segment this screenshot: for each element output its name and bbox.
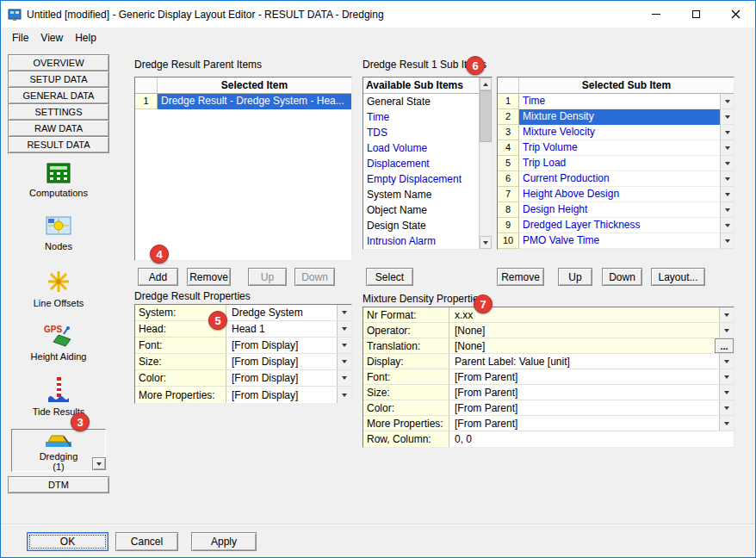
property-value[interactable]: [From Display] — [226, 370, 337, 386]
property-label: Size: — [363, 385, 449, 400]
dropdown-arrow-icon[interactable] — [720, 156, 734, 171]
dropdown-arrow-icon[interactable] — [337, 370, 351, 386]
table-row[interactable]: 1Dredge Result - Dredge System - Hea... — [135, 94, 351, 109]
dropdown-arrow-icon[interactable] — [720, 140, 734, 156]
table-row[interactable]: 5Trip Load — [498, 156, 734, 171]
dropdown-arrow-icon[interactable] — [719, 400, 734, 415]
scroll-up-button[interactable] — [480, 78, 492, 90]
table-row[interactable]: 1Time — [498, 94, 734, 109]
cancel-button[interactable]: Cancel — [115, 532, 178, 551]
sidebar-item-general-data[interactable]: GENERAL DATA — [8, 87, 109, 104]
minimize-button[interactable] — [636, 1, 676, 28]
sidebar-tool-line-offsets[interactable]: Line Offsets — [8, 270, 109, 308]
scroll-down-button[interactable] — [480, 236, 492, 249]
dropdown-arrow-icon[interactable] — [720, 187, 734, 202]
up-sub-item-button[interactable]: Up — [558, 268, 592, 286]
apply-button[interactable]: Apply — [191, 532, 257, 551]
table-row[interactable]: 2Mixture Density — [498, 109, 734, 125]
available-sub-item[interactable]: General State — [363, 94, 479, 109]
table-row[interactable]: 4Trip Volume — [498, 140, 734, 156]
dropdown-arrow-icon[interactable] — [720, 109, 734, 125]
menu-file[interactable]: File — [6, 29, 34, 46]
scroll-thumb[interactable] — [480, 90, 492, 142]
dropdown-arrow-icon[interactable] — [337, 305, 351, 320]
dropdown-arrow-icon[interactable] — [719, 307, 734, 322]
tool-scroll-down-button[interactable] — [92, 457, 106, 470]
sidebar-item-setup-data[interactable]: SETUP DATA — [8, 71, 109, 88]
property-value[interactable]: [None] — [449, 323, 719, 338]
dropdown-arrow-icon[interactable] — [719, 354, 734, 369]
dropdown-arrow-icon[interactable] — [720, 233, 734, 249]
menu-view[interactable]: View — [34, 29, 69, 46]
table-row[interactable]: 9Dredged Layer Thickness — [498, 218, 734, 233]
property-value[interactable]: [From Parent] — [449, 416, 719, 431]
close-button[interactable] — [716, 1, 755, 28]
table-row[interactable]: 6Current Production — [498, 171, 734, 187]
available-sub-item[interactable]: Empty Displacement — [363, 171, 479, 187]
sidebar-item-result-data[interactable]: RESULT DATA — [8, 136, 109, 153]
property-value[interactable]: [From Parent] — [449, 400, 719, 415]
property-value[interactable]: [From Display] — [226, 354, 337, 369]
available-sub-item[interactable]: TDS — [363, 125, 479, 140]
ellipsis-button[interactable]: ... — [715, 338, 734, 353]
property-row: Translation:[None]... — [363, 338, 734, 354]
dropdown-arrow-icon[interactable] — [719, 369, 734, 384]
up-button[interactable]: Up — [248, 268, 287, 286]
dropdown-arrow-icon[interactable] — [337, 354, 351, 369]
menu-help[interactable]: Help — [69, 29, 102, 46]
table-row[interactable]: 3Mixture Velocity — [498, 125, 734, 140]
available-sub-item[interactable]: Object Name — [363, 202, 479, 218]
dropdown-arrow-icon[interactable] — [720, 94, 734, 109]
sidebar-tool-nodes[interactable]: Nodes — [8, 214, 109, 251]
available-sub-item[interactable]: Time — [363, 109, 479, 125]
available-sub-item[interactable]: System Name — [363, 187, 479, 202]
dropdown-arrow-icon[interactable] — [719, 416, 734, 431]
sidebar-tool-tide-results[interactable]: Tide Results — [8, 376, 109, 417]
table-row[interactable]: 10PMO Valve Time — [498, 233, 734, 249]
add-button[interactable]: Add — [138, 268, 178, 286]
dropdown-arrow-icon[interactable] — [720, 125, 734, 140]
dropdown-arrow-icon[interactable] — [720, 218, 734, 233]
dropdown-arrow-icon[interactable] — [337, 387, 351, 403]
dropdown-arrow-icon[interactable] — [720, 171, 734, 187]
available-sub-item[interactable]: Displacement — [363, 156, 479, 171]
sidebar-item-overview[interactable]: OVERVIEW — [8, 54, 109, 71]
sidebar-tool-computations[interactable]: Computations — [8, 163, 109, 198]
available-scrollbar[interactable] — [479, 78, 492, 249]
scroll-track[interactable] — [480, 90, 492, 236]
table-row[interactable]: 8Design Height — [498, 202, 734, 218]
maximize-button[interactable] — [676, 1, 716, 28]
sidebar-item-raw-data[interactable]: RAW DATA — [8, 120, 109, 137]
down-button[interactable]: Down — [294, 268, 335, 286]
property-row: Row, Column:0, 0 — [363, 431, 734, 447]
property-label: Translation: — [363, 338, 449, 353]
available-sub-item[interactable]: Load Volume — [363, 140, 479, 156]
layout-button[interactable]: Layout... — [651, 268, 705, 286]
ok-button[interactable]: OK — [27, 532, 108, 551]
remove-sub-item-button[interactable]: Remove — [497, 268, 544, 286]
sidebar-tool-dtm[interactable]: DTM — [8, 476, 109, 493]
property-value[interactable]: [From Display] — [226, 338, 337, 353]
property-value[interactable]: Head 1 — [226, 321, 337, 337]
property-value[interactable]: Parent Label: Value [unit] — [449, 354, 719, 369]
property-value[interactable]: [From Display] — [226, 387, 337, 403]
dropdown-arrow-icon[interactable] — [719, 385, 734, 400]
dropdown-arrow-icon[interactable] — [719, 323, 734, 338]
table-row[interactable]: 7Height Above Design — [498, 187, 734, 202]
available-sub-item[interactable]: Design State — [363, 218, 479, 233]
property-value[interactable]: 0, 0 — [449, 431, 734, 447]
property-value[interactable]: Dredge System — [226, 305, 337, 320]
property-value[interactable]: [From Parent] — [449, 385, 719, 400]
sidebar-item-settings[interactable]: SETTINGS — [8, 103, 109, 121]
available-sub-item[interactable]: Intrusion Alarm — [363, 233, 479, 249]
dropdown-arrow-icon[interactable] — [337, 338, 351, 353]
dropdown-arrow-icon[interactable] — [720, 202, 734, 218]
property-value[interactable]: [None] — [449, 338, 715, 353]
property-value[interactable]: [From Parent] — [449, 369, 719, 384]
available-sub-items-list: General StateTimeTDSLoad VolumeDisplacem… — [363, 94, 479, 249]
down-sub-item-button[interactable]: Down — [602, 268, 642, 286]
dropdown-arrow-icon[interactable] — [337, 321, 351, 337]
select-button[interactable]: Select — [366, 268, 413, 286]
remove-button[interactable]: Remove — [187, 268, 231, 286]
sidebar-tool-height-aiding[interactable]: GPS Height Aiding — [8, 323, 109, 362]
